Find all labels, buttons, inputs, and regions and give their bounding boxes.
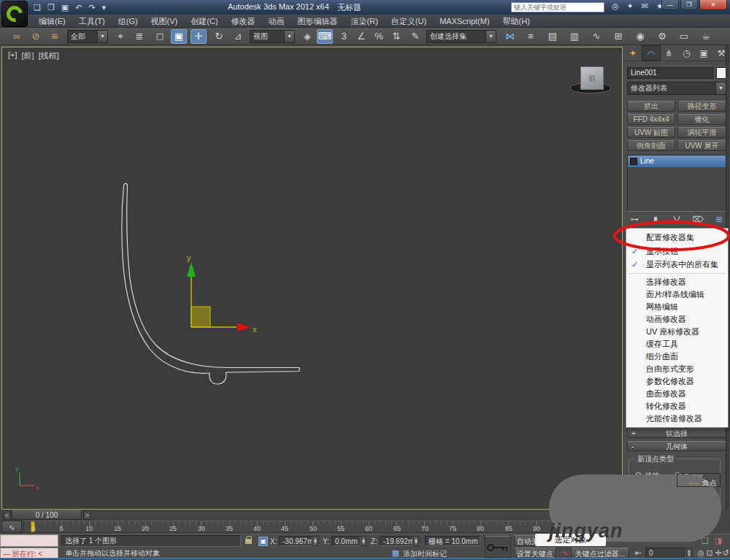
time-slider-ruler[interactable]: 0 5 10 15 20 25 30 35 40 45 50 55 60 65 …	[23, 521, 566, 533]
menu-item-uv-coordinate-modifiers[interactable]: UV 座标修改器	[626, 326, 728, 338]
mini-toggle-icon-2[interactable]: ◨	[712, 536, 724, 545]
y-spinner[interactable]	[361, 536, 366, 546]
dropdown-arrow-icon[interactable]: ▼	[715, 83, 726, 94]
menu-item-configure-modifier-sets[interactable]: 配置修改器集	[626, 230, 728, 245]
mirror-icon[interactable]: ⋈	[502, 29, 518, 44]
select-and-scale-icon[interactable]: ⊿	[230, 29, 246, 44]
set-key-button[interactable]: 设置关键点	[514, 548, 556, 559]
maxscript-mini-listener-top[interactable]	[0, 534, 58, 547]
modifier-button-bevel-profile[interactable]: 倒角剖面	[627, 140, 675, 151]
angle-snap-icon[interactable]: ∠	[353, 29, 369, 44]
open-file-icon[interactable]: ❒	[47, 3, 55, 12]
menu-animation[interactable]: 动画	[262, 15, 291, 28]
remove-modifier-icon[interactable]: ⌦	[691, 215, 705, 224]
menu-item-animation-modifiers[interactable]: 动画修改器	[626, 313, 728, 326]
geometry-rollout[interactable]: - 几何体	[627, 441, 726, 451]
infocenter-search-input[interactable]	[511, 2, 604, 12]
menu-graph-editors[interactable]: 图形编辑器	[291, 15, 345, 28]
menu-item-cache-tools[interactable]: 缓存工具	[626, 338, 728, 350]
keyboard-shortcut-key-button[interactable]	[485, 536, 511, 558]
y-coord-field[interactable]: 0.0mm	[331, 536, 361, 546]
render-production-icon[interactable]: ☕	[698, 29, 714, 44]
select-and-move-icon[interactable]: ✛	[191, 29, 207, 44]
object-name-field[interactable]: Line001	[627, 67, 713, 79]
menu-views[interactable]: 视图(V)	[145, 15, 185, 28]
front-viewport[interactable]: [+] [前] [线框] 前 y x x y	[1, 47, 623, 510]
stack-item-line[interactable]: Line	[628, 156, 726, 167]
keyboard-shortcut-override-icon[interactable]: ⌨	[317, 29, 333, 44]
key-filters-button[interactable]: 关键点过滤器...	[571, 548, 629, 559]
modifier-button-uvw-map[interactable]: UVW 贴图	[627, 127, 675, 138]
unlink-selection-icon[interactable]: ⊘	[28, 29, 44, 44]
modifier-button-taper[interactable]: 锥化	[677, 114, 726, 125]
curve-editor-icon[interactable]: ∿	[588, 29, 604, 44]
display-tab-icon[interactable]: ▣	[695, 45, 712, 61]
next-frame-button[interactable]: >	[83, 510, 91, 520]
material-editor-icon[interactable]: ◉	[632, 29, 648, 44]
layer-manager-icon[interactable]: ▤	[545, 29, 561, 44]
previous-frame-button[interactable]: <	[3, 510, 11, 520]
modifier-button-path-deform[interactable]: 路径变形	[677, 101, 726, 112]
z-spinner[interactable]	[413, 536, 419, 546]
menu-item-radiosity-modifiers[interactable]: 光能传递修改器	[626, 413, 728, 425]
named-selection-sets-dropdown[interactable]: 创建选择集 ▼	[426, 30, 496, 43]
menu-item-surface-modifiers[interactable]: 曲面修改器	[626, 388, 728, 400]
z-coord-field[interactable]: -19.692mm	[380, 536, 413, 546]
window-crossing-toggle-icon[interactable]: ▣	[171, 29, 187, 44]
show-end-result-icon[interactable]: ▮	[648, 215, 663, 224]
use-pivot-center-icon[interactable]: ◈	[299, 29, 315, 44]
configure-modifier-sets-icon[interactable]: ⊞	[712, 215, 726, 224]
rollout-collapse-icon[interactable]: -	[631, 442, 634, 451]
stack-item-visibility-icon[interactable]	[630, 158, 637, 165]
menu-help[interactable]: 帮助(H)	[496, 15, 537, 28]
selection-filter-dropdown[interactable]: 全部 ▼	[67, 30, 108, 43]
soft-selection-rollout[interactable]: + 软选择	[627, 428, 726, 438]
new-scene-icon[interactable]: ❏	[34, 3, 41, 12]
key-mode-toggle-icon[interactable]: ⇤	[632, 548, 644, 558]
quick-access-caret-icon[interactable]: ▾	[102, 3, 107, 12]
undo-icon[interactable]: ↶	[75, 3, 82, 12]
communication-center-icon[interactable]: ✉	[642, 1, 648, 11]
rollout-expand-icon[interactable]: +	[631, 429, 636, 438]
menu-item-parametric-modifiers[interactable]: 参数化修改器	[626, 375, 728, 388]
bind-to-space-warp-icon[interactable]: ≋	[47, 29, 63, 44]
save-file-icon[interactable]: ▣	[61, 3, 69, 12]
motion-tab-icon[interactable]: ◷	[677, 45, 695, 61]
object-color-swatch[interactable]	[716, 67, 726, 79]
radio-corner[interactable]: ~— 角点	[677, 473, 721, 487]
percent-snap-icon[interactable]: %	[371, 29, 387, 44]
search-icon[interactable]: ◎	[612, 1, 619, 11]
modifier-button-ffd4x4x4[interactable]: FFD 4x4x4	[627, 114, 675, 125]
menu-item-selection-modifiers[interactable]: 选择修改器	[626, 276, 728, 288]
close-button[interactable]: ✕	[699, 0, 727, 10]
dropdown-arrow-icon[interactable]: ▼	[485, 31, 496, 42]
modifier-list-dropdown[interactable]: 修改器列表 ▼	[627, 82, 726, 95]
app-logo-button[interactable]	[1, 1, 28, 27]
modifier-button-unwrap-uvw[interactable]: UVW 展开	[677, 140, 726, 151]
hierarchy-tab-icon[interactable]: ⋔	[661, 45, 678, 61]
rectangular-selection-region-icon[interactable]: ◻	[152, 29, 168, 44]
schematic-view-icon[interactable]: ⊞	[610, 29, 626, 44]
menu-edit[interactable]: 编辑(E)	[32, 15, 72, 28]
spinner-snap-icon[interactable]: ⇅	[388, 29, 404, 44]
menu-customize[interactable]: 自定义(U)	[385, 15, 433, 28]
absolute-mode-toggle-icon[interactable]: ▣	[258, 537, 268, 546]
time-configuration-icon[interactable]: ▦	[390, 548, 402, 558]
select-and-link-icon[interactable]: ∞	[9, 29, 25, 44]
set-keys-squiggle-icon[interactable]: ∿	[559, 548, 571, 558]
menu-item-mesh-editing[interactable]: 网格编辑	[626, 301, 728, 313]
pin-stack-icon[interactable]: ⊶	[627, 215, 642, 224]
reference-coordinate-dropdown[interactable]: 视图 ▼	[250, 30, 295, 43]
orbit-icon[interactable]: ↺	[720, 548, 730, 558]
modifier-button-turbosmooth[interactable]: 涡轮平滑	[677, 127, 726, 138]
menu-item-conversion-modifiers[interactable]: 转化修改器	[626, 400, 728, 413]
menu-group[interactable]: 组(G)	[112, 15, 145, 28]
menu-item-show-buttons[interactable]: ✓显示按钮	[626, 245, 728, 258]
select-and-rotate-icon[interactable]: ↻	[211, 29, 227, 44]
menu-item-patch-spline-editing[interactable]: 面片/样条线编辑	[626, 288, 728, 301]
menu-rendering[interactable]: 渲染(R)	[345, 15, 385, 28]
mini-curve-editor-button[interactable]: ∿	[1, 521, 22, 533]
edit-named-selection-sets-icon[interactable]: ✎	[407, 29, 423, 44]
x-spinner[interactable]	[312, 536, 318, 546]
menu-maxscript[interactable]: MAXScript(M)	[433, 15, 496, 28]
